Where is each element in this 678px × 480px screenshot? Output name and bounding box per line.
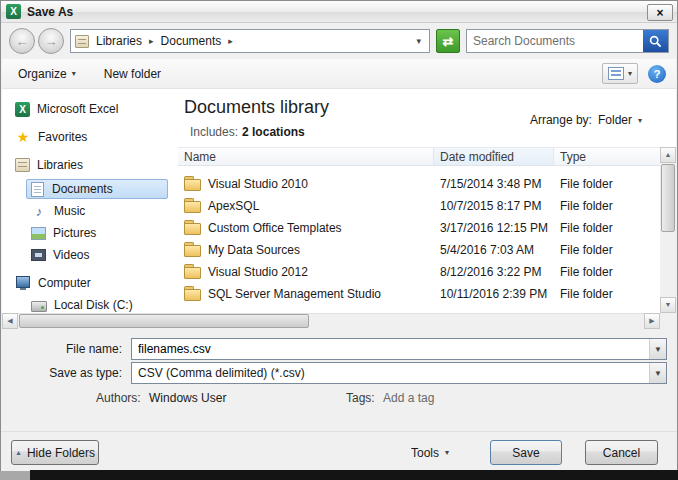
organize-label: Organize bbox=[18, 67, 67, 81]
add-tag-prompt[interactable]: Add a tag bbox=[383, 391, 434, 405]
pictures-icon bbox=[31, 227, 46, 240]
save-as-type-label: Save as type: bbox=[1, 366, 131, 380]
sidebar-item-local-disk-c[interactable]: Local Disk (C:) bbox=[28, 295, 136, 315]
folder-icon bbox=[184, 267, 201, 279]
column-label: Name bbox=[184, 150, 216, 164]
breadcrumb-libraries[interactable]: Libraries bbox=[93, 32, 145, 50]
file-date: 7/15/2014 3:48 PM bbox=[434, 177, 554, 191]
file-date: 10/7/2015 8:17 PM bbox=[434, 199, 554, 213]
breadcrumb-separator-icon[interactable]: ▸ bbox=[149, 36, 154, 46]
file-row[interactable]: ApexSQL 10/7/2015 8:17 PM File folder bbox=[178, 195, 660, 217]
forward-button[interactable]: → bbox=[38, 28, 64, 54]
new-folder-label: New folder bbox=[104, 67, 161, 81]
folder-icon bbox=[184, 289, 201, 301]
horizontal-scrollbar[interactable]: ◀ ▶ bbox=[2, 313, 660, 329]
file-row[interactable]: Visual Studio 2012 8/12/2016 3:22 PM Fil… bbox=[178, 261, 660, 283]
authors-label: Authors: bbox=[96, 391, 141, 405]
search-input[interactable] bbox=[467, 34, 643, 48]
sidebar-item-favorites[interactable]: ★ Favorites bbox=[12, 127, 90, 147]
close-icon: × bbox=[656, 6, 663, 20]
documents-icon bbox=[31, 182, 44, 197]
file-type: File folder bbox=[554, 221, 660, 235]
libraries-icon bbox=[15, 158, 30, 172]
title-bar[interactable]: X Save As × bbox=[1, 1, 677, 23]
cancel-label: Cancel bbox=[603, 446, 640, 460]
refresh-icon: ⇄ bbox=[443, 34, 454, 49]
scroll-down-icon[interactable]: ▼ bbox=[660, 297, 676, 313]
close-button[interactable]: × bbox=[647, 4, 673, 21]
vertical-scroll-thumb[interactable] bbox=[661, 164, 675, 232]
file-row[interactable]: My Data Sources 5/4/2016 7:03 AM File fo… bbox=[178, 239, 660, 261]
navigation-bar: ← → Libraries ▸ Documents ▸ ▾ ⇄ bbox=[1, 25, 677, 57]
column-header-type[interactable]: Type bbox=[554, 148, 660, 165]
help-button[interactable]: ? bbox=[648, 65, 666, 83]
computer-icon bbox=[15, 276, 31, 290]
file-row[interactable]: Visual Studio 2010 7/15/2014 3:48 PM Fil… bbox=[178, 173, 660, 195]
music-icon: ♪ bbox=[31, 204, 47, 219]
search-button[interactable] bbox=[643, 30, 668, 52]
file-name-input[interactable] bbox=[132, 342, 649, 356]
command-toolbar: Organize ▾ New folder ▾ ? bbox=[2, 59, 676, 89]
tags-field: Tags: Add a tag bbox=[346, 391, 434, 405]
includes-value: 2 locations bbox=[242, 125, 305, 139]
organize-button[interactable]: Organize ▾ bbox=[12, 63, 82, 85]
chevron-down-icon: ▾ bbox=[628, 69, 632, 78]
sidebar-item-label: Microsoft Excel bbox=[37, 102, 118, 116]
file-list: Visual Studio 2010 7/15/2014 3:48 PM Fil… bbox=[178, 173, 660, 305]
authors-value[interactable]: Windows User bbox=[149, 391, 226, 405]
tags-label: Tags: bbox=[346, 391, 375, 405]
library-title: Documents library bbox=[184, 97, 329, 118]
vertical-scrollbar[interactable]: ▲ ▼ bbox=[660, 147, 676, 313]
forward-arrow-icon: → bbox=[45, 34, 58, 49]
file-name: My Data Sources bbox=[208, 243, 300, 257]
sidebar-item-computer[interactable]: Computer bbox=[12, 273, 94, 293]
sidebar-item-libraries[interactable]: Libraries bbox=[12, 155, 86, 175]
folder-icon bbox=[184, 223, 201, 235]
toolbar-right-group: ▾ ? bbox=[602, 63, 666, 84]
star-icon: ★ bbox=[15, 130, 31, 145]
scroll-up-icon[interactable]: ▲ bbox=[660, 147, 676, 163]
folder-icon bbox=[184, 201, 201, 213]
sidebar-item-music[interactable]: ♪ Music bbox=[28, 201, 88, 221]
file-type: File folder bbox=[554, 265, 660, 279]
tools-label: Tools bbox=[411, 446, 439, 460]
file-row[interactable]: SQL Server Management Studio 10/11/2016 … bbox=[178, 283, 660, 305]
column-header-date-modified[interactable]: Date modified ▲ bbox=[434, 148, 554, 165]
arrange-by-value[interactable]: Folder bbox=[598, 113, 632, 127]
cancel-button[interactable]: Cancel bbox=[585, 440, 658, 465]
sidebar-item-videos[interactable]: Videos bbox=[28, 245, 92, 265]
includes-label: Includes: bbox=[190, 125, 238, 139]
column-header-name[interactable]: Name bbox=[178, 148, 434, 165]
file-date: 3/17/2016 12:15 PM bbox=[434, 221, 554, 235]
file-row[interactable]: Custom Office Templates 3/17/2016 12:15 … bbox=[178, 217, 660, 239]
hide-folders-label: Hide Folders bbox=[27, 446, 95, 460]
sidebar-item-label: Libraries bbox=[37, 158, 83, 172]
save-button[interactable]: Save bbox=[490, 440, 562, 465]
sidebar-item-pictures[interactable]: Pictures bbox=[28, 223, 99, 243]
scroll-left-icon[interactable]: ◀ bbox=[2, 313, 18, 329]
column-label: Type bbox=[560, 150, 586, 164]
tools-button[interactable]: Tools ▾ bbox=[403, 440, 457, 465]
refresh-button[interactable]: ⇄ bbox=[436, 29, 460, 53]
sidebar-item-documents[interactable]: Documents bbox=[26, 179, 168, 199]
breadcrumb-documents[interactable]: Documents bbox=[158, 32, 225, 50]
save-as-dialog: X Save As × ← → Libraries ▸ Documents ▸ … bbox=[0, 0, 678, 471]
sidebar-item-label: Favorites bbox=[38, 130, 87, 144]
breadcrumb-separator-icon[interactable]: ▸ bbox=[228, 36, 233, 46]
sidebar-item-microsoft-excel[interactable]: X Microsoft Excel bbox=[12, 99, 121, 119]
sidebar-item-label: Pictures bbox=[53, 226, 96, 240]
sidebar-item-label: Local Disk (C:) bbox=[54, 298, 133, 312]
scroll-right-icon[interactable]: ▶ bbox=[644, 313, 660, 329]
file-name-dropdown-icon[interactable]: ▼ bbox=[649, 339, 666, 359]
new-folder-button[interactable]: New folder bbox=[98, 63, 167, 85]
back-button[interactable]: ← bbox=[9, 28, 35, 54]
list-column-headers: Name Date modified ▲ Type bbox=[178, 147, 660, 166]
hide-folders-button[interactable]: ▲ Hide Folders bbox=[11, 440, 99, 465]
breadcrumb[interactable]: Libraries ▸ Documents ▸ ▾ bbox=[70, 29, 430, 53]
address-dropdown-icon[interactable]: ▾ bbox=[412, 36, 425, 46]
change-view-button[interactable]: ▾ bbox=[602, 63, 638, 84]
arrange-by-control[interactable]: Arrange by: Folder ▾ bbox=[530, 113, 642, 127]
horizontal-scroll-thumb[interactable] bbox=[19, 314, 309, 328]
save-as-type-combobox[interactable]: CSV (Comma delimited) (*.csv) ▼ bbox=[131, 362, 667, 384]
save-as-type-dropdown-icon[interactable]: ▼ bbox=[649, 363, 666, 383]
